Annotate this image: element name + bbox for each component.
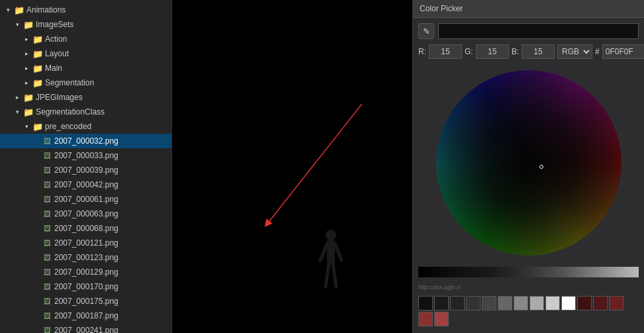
tree-item-f3[interactable]: 🖼 2007_000039.png [0,163,171,177]
tree-item-f7[interactable]: 🖼 2007_000068.png [0,221,171,236]
b-input[interactable] [522,44,555,59]
folder-icon: 📁 [32,63,44,73]
color-wheel[interactable] [436,70,621,256]
swatch[interactable] [593,296,608,310]
file-icon: 🖼 [41,194,53,205]
tree-label: SegmentationClass [34,107,105,117]
swatch[interactable] [434,296,449,310]
swatches-label: http:color.agln.r/ [418,284,461,291]
tree-item-animations[interactable]: ▾ 📁 Animations [0,3,171,17]
file-icon: 🖼 [41,165,53,175]
tree-item-f11[interactable]: 🖼 2007_000170.png [0,279,171,294]
tree-item-f6[interactable]: 🖼 2007_000063.png [0,207,171,221]
tree-label: 2007_000033.png [53,151,118,160]
swatch[interactable] [450,296,465,310]
expand-arrow: ▾ [12,19,23,30]
file-icon: 🖼 [41,238,53,248]
file-icon: 🖼 [41,252,53,263]
tree-item-pre_encoded[interactable]: ▾ 📁 pre_encoded [0,119,171,134]
collapse-arrow: ▸ [12,92,23,103]
file-icon: 🖼 [41,267,53,277]
swatch[interactable] [498,296,512,310]
swatch[interactable] [482,296,496,310]
svg-line-5 [335,244,342,260]
rgb-mode-select[interactable]: RGB HSV HSL [557,44,592,59]
file-icon: 🖼 [41,325,53,333]
swatch[interactable] [418,296,433,310]
tree-item-f4[interactable]: 🖼 2007_000042.png [0,177,171,192]
rgb-hex-row: R: G: B: RGB HSV HSL # [418,44,639,59]
tree-label: Layout [44,49,69,58]
eyedropper-button[interactable]: ✎ [418,23,434,39]
swatch[interactable] [609,296,623,310]
tree-label: Segmentation [44,78,94,87]
tree-label: 2007_000121.png [53,238,118,248]
figure-silhouette [318,227,344,293]
folder-icon: 📁 [13,5,25,15]
hash-label: # [595,47,600,56]
collapse-arrow: ▸ [21,34,32,44]
main-viewport [172,0,412,333]
tree-item-jpegimages[interactable]: ▸ 📁 JPEGImages [0,90,171,105]
tree-item-f14[interactable]: 🖼 2007_000241.png [0,323,171,333]
swatch[interactable] [545,296,560,310]
tree-item-f8[interactable]: 🖼 2007_000121.png [0,236,171,250]
collapse-arrow: ▸ [21,77,32,88]
color-wheel-container [418,63,639,263]
file-icon: 🖼 [41,310,53,321]
tree-label: 2007_000039.png [53,166,118,175]
file-icon: 🖼 [41,223,53,234]
swatch[interactable] [418,312,433,326]
swatch[interactable] [577,296,592,310]
swatch[interactable] [434,312,449,326]
color-picker-title: Color Picker [413,0,644,18]
swatch[interactable] [466,296,481,310]
folder-icon: 📁 [23,92,34,103]
tree-label: 2007_000123.png [53,253,118,262]
file-icon: 🖼 [41,136,53,146]
r-label: R: [418,47,426,56]
file-icon: 🖼 [41,150,53,161]
swatches-row: http:color.agln.r/ [418,284,639,291]
tree-label: 2007_000129.png [53,267,118,277]
tree-item-segmentation[interactable]: ▸ 📁 Segmentation [0,75,171,90]
hex-input[interactable] [602,44,644,59]
b-label: B: [512,47,519,56]
swatch[interactable] [529,296,544,310]
brightness-bar[interactable] [418,267,639,277]
swatch[interactable] [514,296,528,310]
tree-label: 2007_000187.png [53,311,118,320]
tree-item-f12[interactable]: 🖼 2007_000175.png [0,294,171,309]
svg-line-4 [320,244,327,260]
tree-item-main[interactable]: ▸ 📁 Main [0,61,171,75]
tree-label: 2007_000063.png [53,209,118,218]
tree-label: Main [44,64,62,73]
tree-item-f13[interactable]: 🖼 2007_000187.png [0,309,171,323]
file-icon: 🖼 [41,281,53,292]
tree-item-f9[interactable]: 🖼 2007_000123.png [0,250,171,265]
tree-label: 2007_000241.png [53,326,118,333]
g-label: G: [465,47,473,56]
tree-label: ImageSets [34,20,73,29]
tree-label: pre_encoded [44,122,91,131]
arrow-overlay [172,0,412,333]
collapse-arrow: ▸ [21,48,32,59]
g-input[interactable] [476,44,509,59]
tree-item-f5[interactable]: 🖼 2007_000061.png [0,192,171,207]
folder-icon: 📁 [23,107,34,117]
tree-item-f1[interactable]: 🖼 2007_000032.png [0,134,171,148]
folder-icon: 📁 [32,34,44,44]
tree-item-f10[interactable]: 🖼 2007_000129.png [0,265,171,279]
tree-item-action[interactable]: ▸ 📁 Action [0,32,171,46]
tree-item-layout[interactable]: ▸ 📁 Layout [0,46,171,61]
tree-label: 2007_000175.png [53,297,118,306]
swatch[interactable] [561,296,576,310]
r-input[interactable] [429,44,462,59]
tree-item-imagesets[interactable]: ▾ 📁 ImageSets [0,17,171,32]
tree-item-segmentationclass[interactable]: ▾ 📁 SegmentationClass [0,105,171,119]
color-swatches [418,295,639,328]
folder-icon: 📁 [23,19,34,30]
svg-line-1 [267,104,361,224]
color-preview-row: ✎ [418,23,639,39]
tree-item-f2[interactable]: 🖼 2007_000033.png [0,148,171,163]
